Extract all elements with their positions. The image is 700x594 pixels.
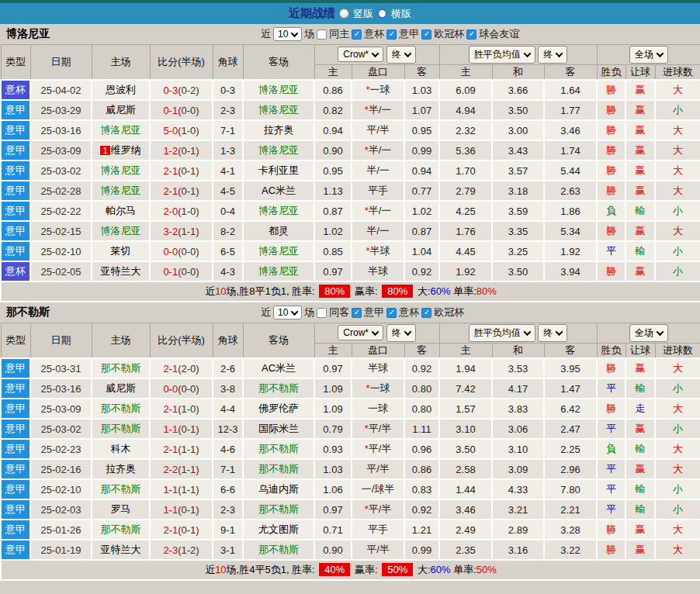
league-checkbox-label: 球会友谊: [479, 27, 519, 41]
away-team-name: 都灵: [269, 225, 289, 237]
odds-away: 0.92: [404, 358, 439, 378]
avg-draw-odds: 3.57: [492, 161, 544, 181]
score-cell: 2-1(1-0): [150, 399, 213, 419]
same-venue-checkbox[interactable]: [317, 308, 327, 318]
league-checkbox-1[interactable]: ✓: [386, 29, 397, 40]
col-home: 主场: [92, 323, 150, 359]
league-checkbox-2[interactable]: ✓: [421, 308, 431, 318]
fulltime-score: 2-1: [163, 403, 178, 415]
halftime-score: (1-1): [178, 226, 199, 237]
league-checkbox-0[interactable]: ✓: [352, 29, 362, 40]
odds-final-select[interactable]: 终: [386, 46, 416, 64]
match-date: 25-03-02: [30, 161, 92, 181]
avg-away-odds: 3.95: [544, 358, 597, 378]
score-cell: 1-1(0-1): [150, 419, 213, 439]
chevron-down-icon: [556, 328, 563, 336]
win-rate-badge: 80%: [319, 285, 350, 298]
score-cell: 5-0(1-0): [150, 120, 213, 140]
halftime-score: (0-0): [178, 246, 199, 257]
away-team-name: 博洛尼亚: [258, 144, 299, 156]
result-handicap: 赢: [625, 120, 655, 140]
home-team-name: 恩波利: [106, 84, 136, 95]
league-checkbox-1[interactable]: ✓: [386, 308, 397, 318]
corner-count: 1-3: [213, 140, 243, 161]
scope-select[interactable]: 全场: [629, 46, 668, 64]
score-cell: 2-1(1-1): [150, 439, 213, 459]
handicap-text: 平手: [368, 523, 388, 535]
avg-away-odds: 1.47: [544, 378, 597, 399]
horizontal-layout-label[interactable]: 横版: [391, 7, 411, 21]
match-date: 25-02-16: [30, 459, 92, 479]
sub-odds-handicap: 盘口: [352, 344, 404, 359]
col-corner: 角球: [213, 323, 243, 359]
handicap-text: 平/半: [366, 463, 390, 475]
avg-home-odds: 1.70: [439, 161, 492, 181]
home-team-name: 威尼斯: [106, 104, 136, 116]
result-wdl: 負: [597, 201, 625, 221]
avg-draw-odds: 2.89: [492, 520, 544, 540]
odds-final-select[interactable]: 终: [386, 324, 416, 342]
fulltime-score: 0-1: [163, 105, 178, 116]
handicap-line: *半/一: [352, 100, 404, 120]
avg-final-select[interactable]: 终: [538, 46, 567, 64]
halftime-score: (0-1): [178, 423, 199, 435]
away-team: 国际米兰: [243, 419, 314, 439]
match-date: 25-02-03: [30, 499, 92, 520]
avg-home-odds: 4.45: [439, 241, 492, 261]
vertical-layout-radio[interactable]: [339, 9, 349, 19]
league-checkbox-0[interactable]: ✓: [352, 308, 362, 318]
avg-draw-odds: 3.21: [492, 499, 544, 520]
table-row: 意甲25-02-10那不勒斯1-1(1-1)6-6乌迪内斯1.06一/球半0.8…: [1, 479, 700, 499]
avg-draw-odds: 4.33: [492, 479, 544, 499]
corner-count: 4-3: [213, 261, 243, 281]
handicap-line: 半/一: [352, 221, 404, 241]
odds-source-select[interactable]: Crow*: [338, 325, 383, 340]
halftime-score: (0-1): [178, 504, 199, 516]
odds-away: 0.77: [404, 181, 439, 201]
same-venue-checkbox[interactable]: [317, 29, 327, 40]
handicap-text: 一球: [370, 84, 390, 95]
sub-odds-handicap: 盘口: [352, 65, 404, 81]
match-type-badge: 意甲: [1, 439, 30, 459]
avg-home-odds: 2.49: [439, 520, 492, 540]
away-team: 博洛尼亚: [243, 261, 314, 281]
odds-source-select[interactable]: Crow*: [338, 47, 383, 62]
home-team: 威尼斯: [92, 100, 150, 120]
avg-source-select[interactable]: 胜平负均值: [469, 46, 535, 64]
avg-home-odds: 5.36: [439, 140, 492, 161]
col-type: 类型: [1, 323, 30, 359]
avg-away-odds: 2.47: [544, 419, 597, 439]
match-count-select[interactable]: 10: [273, 27, 302, 41]
league-checkbox-3[interactable]: ✓: [466, 29, 476, 40]
score-cell: 1-2(0-1): [150, 140, 213, 161]
handicap-line: *平/半: [352, 499, 404, 520]
result-handicap: 赢: [625, 80, 655, 100]
away-team-name: 那不勒斯: [258, 443, 299, 454]
league-checkbox-2[interactable]: ✓: [421, 29, 431, 40]
result-wdl: 平: [597, 241, 625, 261]
home-team: 亚特兰大: [92, 261, 150, 281]
sub-avg-draw: 和: [492, 344, 544, 359]
horizontal-layout-radio[interactable]: [377, 9, 387, 19]
corner-count: 2-3: [213, 499, 243, 520]
handicap-line: *平/半: [352, 439, 404, 459]
result-goals: 大: [655, 540, 700, 560]
result-wdl: 勝: [597, 358, 625, 378]
avg-away-odds: 1.77: [544, 100, 597, 120]
home-team-name: 那不勒斯: [101, 362, 141, 374]
avg-final-select[interactable]: 终: [538, 324, 567, 342]
avg-source-select[interactable]: 胜平负均值: [469, 324, 535, 342]
result-goals: 小: [655, 201, 700, 221]
same-venue-label: 同主: [329, 27, 349, 41]
vertical-layout-label[interactable]: 竖版: [353, 7, 373, 21]
result-wdl: 勝: [597, 181, 625, 201]
handicap-text: 半/一: [369, 205, 392, 216]
handicap-line: 一球: [352, 399, 404, 419]
handicap-line: 平手: [352, 181, 404, 201]
handicap-line: 一/球半: [352, 479, 404, 499]
match-count-select[interactable]: 10: [273, 306, 302, 319]
result-goals: 大: [655, 399, 700, 419]
odds-group-header: Crow* 终: [314, 45, 439, 65]
odds-away: 0.83: [404, 479, 439, 499]
scope-select[interactable]: 全场: [629, 324, 668, 342]
